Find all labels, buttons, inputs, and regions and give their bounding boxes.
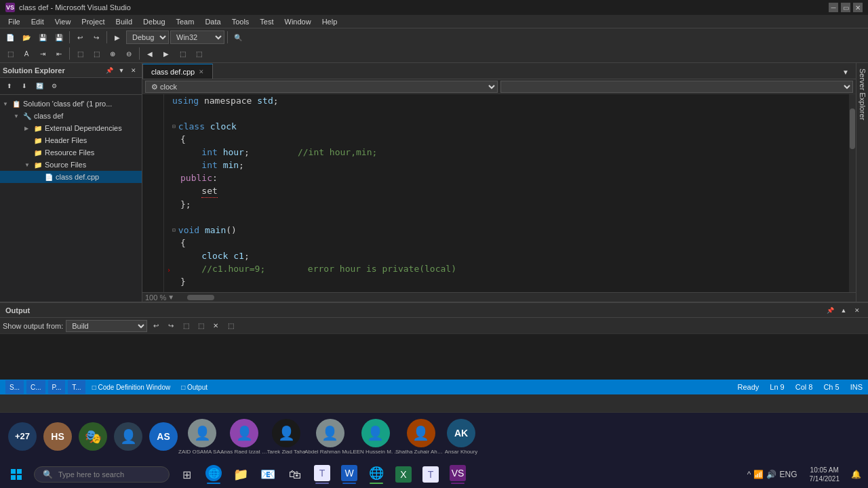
avatar-abdel[interactable]: 👤 Abdel Rahman Mutaz Mahdi AlSab... (308, 417, 352, 458)
tab-pe[interactable]: P... (48, 380, 66, 394)
taskbar-mail-icon[interactable]: 📧 (256, 462, 280, 487)
output-btn-3[interactable]: ⬚ (180, 320, 192, 332)
se-btn-2[interactable]: ⬇ (18, 79, 31, 93)
tab-close-classdefcpp[interactable]: ✕ (199, 68, 204, 75)
editor-dropdown-button[interactable]: ▼ (838, 65, 853, 79)
toolbar-btn-i[interactable]: ◀ (142, 47, 157, 60)
tab-se[interactable]: S... (5, 380, 24, 394)
se-close-button[interactable]: ✕ (128, 65, 139, 76)
se-pin-button[interactable]: 📌 (104, 65, 115, 76)
collapse-btn-class[interactable]: ⊟ (172, 120, 176, 133)
taskbar-excel-icon[interactable]: X (391, 462, 416, 487)
menu-project[interactable]: Project (76, 16, 110, 27)
avatar-tarek[interactable]: 👤 Tarek Ziad Taha (266, 417, 307, 458)
avatar-dark[interactable]: 👤 (111, 417, 145, 458)
member-dropdown[interactable] (500, 81, 853, 93)
toolbar-btn-j[interactable]: ▶ (159, 47, 174, 60)
menu-test[interactable]: Test (254, 16, 279, 27)
se-dropdown-button[interactable]: ▼ (116, 65, 127, 76)
taskbar-chrome-icon[interactable]: 🌐 (364, 462, 389, 487)
avatar-hs[interactable]: HS (41, 417, 75, 458)
tree-item-header[interactable]: 📁 Header Files (0, 134, 142, 146)
menu-help[interactable]: Help (317, 16, 343, 27)
tab-te[interactable]: T... (68, 380, 85, 394)
se-btn-4[interactable]: ⚙ (47, 79, 61, 93)
collapse-btn-main[interactable]: ⊟ (172, 224, 176, 237)
menu-view[interactable]: View (50, 16, 77, 27)
taskbar-clock[interactable]: 10:05 AM 7/14/2021 (804, 466, 846, 483)
tab-output[interactable]: □ Output (177, 380, 212, 394)
h-scrollbar-thumb[interactable] (187, 295, 214, 300)
network-icon[interactable]: 📶 (753, 470, 764, 479)
tree-item-classdef[interactable]: ▼ 🔧 class def (0, 110, 142, 122)
tab-classdefcpp[interactable]: class def.cpp ✕ (142, 64, 213, 79)
menu-team[interactable]: Team (171, 16, 200, 27)
taskbar-word-icon[interactable]: W (337, 462, 361, 487)
menu-data[interactable]: Data (199, 16, 226, 27)
minimize-button[interactable]: ─ (829, 3, 838, 12)
start-button[interactable] (3, 461, 30, 488)
taskbar-edge-icon[interactable]: 🌐 (201, 462, 226, 487)
taskbar-folder-icon[interactable]: 📁 (229, 462, 253, 487)
toolbar-btn-h[interactable]: ⊖ (121, 47, 136, 60)
toolbar-btn-g[interactable]: ⊕ (105, 47, 120, 60)
debug-config-dropdown[interactable]: Debug (126, 30, 169, 44)
avatar-as[interactable]: AS (146, 417, 180, 458)
avatar-ak[interactable]: AK Ansar Khoury (444, 417, 478, 458)
save-all-button[interactable]: 💾 (52, 30, 66, 44)
tab-ce[interactable]: C... (26, 380, 45, 394)
class-dropdown[interactable]: ⚙ clock (145, 81, 498, 93)
editor-vertical-scrollbar[interactable] (849, 94, 856, 292)
language-indicator[interactable]: ENG (779, 470, 797, 479)
tree-item-source[interactable]: ▼ 📁 Source Files (0, 159, 142, 171)
toolbar-btn-f[interactable]: ⬚ (89, 47, 104, 60)
toolbar-btn-a[interactable]: ⬚ (3, 47, 18, 60)
menu-tools[interactable]: Tools (226, 16, 255, 27)
zoom-dropdown-button[interactable]: ▼ (167, 293, 174, 301)
platform-dropdown[interactable]: Win32 (170, 30, 224, 44)
code-text[interactable]: using namespace std; ⊟ class clock { int… (164, 94, 849, 292)
avatar-overflow[interactable]: +27 (5, 417, 39, 458)
output-btn-2[interactable]: ↪ (165, 320, 177, 332)
menu-debug[interactable]: Debug (138, 16, 170, 27)
output-maximize-button[interactable]: ▲ (838, 305, 849, 316)
editor-scrollbar-thumb[interactable] (850, 108, 855, 149)
taskbar-search[interactable]: 🔍 Type here to search (34, 466, 170, 483)
tab-code-def[interactable]: □ Code Definition Window (88, 380, 175, 394)
toolbar-btn-e[interactable]: ⬚ (73, 47, 87, 60)
avatar-theater[interactable]: 🎭 (76, 417, 110, 458)
menu-file[interactable]: File (3, 16, 26, 27)
new-project-button[interactable]: 📄 (3, 30, 18, 44)
h-scrollbar-track[interactable] (180, 294, 853, 301)
run-button[interactable]: ▶ (110, 30, 125, 44)
tree-item-extdep[interactable]: ▶ 📁 External Dependencies (0, 122, 142, 134)
se-btn-3[interactable]: 🔄 (33, 79, 46, 93)
code-content[interactable]: using namespace std; ⊟ class clock { int… (142, 94, 856, 292)
se-btn-1[interactable]: ⬆ (3, 79, 16, 93)
task-view-button[interactable]: ⊞ (174, 462, 199, 487)
volume-icon[interactable]: 🔊 (766, 470, 776, 479)
save-button[interactable]: 💾 (35, 30, 50, 44)
taskbar-vs-icon[interactable]: VS (446, 462, 470, 487)
undo-button[interactable]: ↩ (73, 30, 87, 44)
avatar-anas[interactable]: 👤 Anas Raed Izzat Yousef (224, 417, 264, 458)
output-btn-1[interactable]: ↩ (150, 320, 162, 332)
redo-button[interactable]: ↪ (89, 30, 104, 44)
menu-build[interactable]: Build (111, 16, 138, 27)
output-btn-5[interactable]: ✕ (210, 320, 222, 332)
output-close-button[interactable]: ✕ (852, 305, 863, 316)
output-pin-button[interactable]: 📌 (825, 305, 835, 316)
tree-item-classdefcpp[interactable]: 📄 class def.cpp (0, 171, 142, 183)
avatar-leen[interactable]: 👤 LEEN Hussein M. Abu Ras Almadari (353, 417, 397, 458)
close-button[interactable]: ✕ (853, 3, 863, 12)
output-btn-4[interactable]: ⬚ (195, 320, 207, 332)
toolbar-btn-k[interactable]: ⬚ (175, 47, 190, 60)
find-button[interactable]: 🔍 (231, 30, 245, 44)
taskbar-store-icon[interactable]: 🛍 (283, 462, 307, 487)
toolbar-btn-d[interactable]: ⇤ (52, 47, 66, 60)
toolbar-btn-l[interactable]: ⬚ (191, 47, 206, 60)
output-btn-6[interactable]: ⬚ (224, 320, 237, 332)
toolbar-btn-c[interactable]: ⇥ (35, 47, 50, 60)
tray-expand-icon[interactable]: ^ (747, 470, 751, 479)
menu-edit[interactable]: Edit (26, 16, 50, 27)
